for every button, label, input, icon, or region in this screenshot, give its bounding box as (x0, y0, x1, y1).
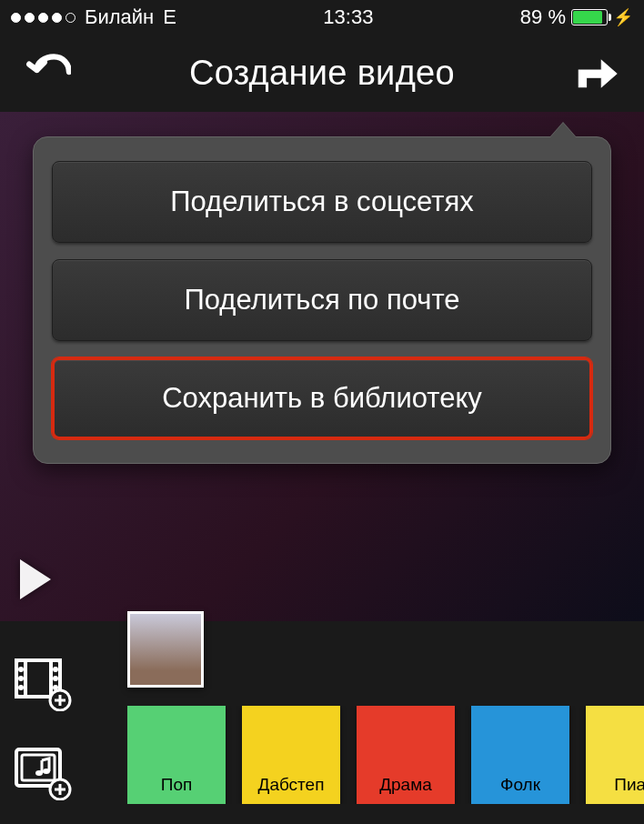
svg-point-14 (35, 770, 43, 776)
share-button[interactable] (573, 49, 619, 98)
film-plus-icon (15, 658, 73, 711)
share-email-button[interactable]: Поделиться по почте (52, 259, 592, 341)
battery-fill (573, 11, 602, 24)
carrier-label: Билайн (85, 5, 154, 29)
play-icon[interactable] (20, 559, 51, 599)
signal-strength-icon (11, 13, 75, 23)
audio-tile-label: Драма (379, 775, 432, 795)
audio-tile-dubstep[interactable]: Дабстеп (242, 706, 340, 804)
network-type-label: E (163, 5, 176, 29)
audio-tile-label: Дабстеп (258, 775, 325, 795)
clock-label: 13:33 (323, 5, 373, 29)
share-social-label: Поделиться в соцсетях (170, 186, 474, 218)
status-bar: Билайн E 13:33 89 % ⚡ (0, 0, 644, 35)
audio-style-row[interactable]: Поп Дабстеп Драма Фолк Пиан (127, 706, 644, 804)
audio-tile-drama[interactable]: Драма (357, 706, 455, 804)
status-left: Билайн E (11, 5, 176, 29)
music-plus-icon (15, 748, 73, 800)
audio-tile-folk[interactable]: Фолк (471, 706, 569, 804)
undo-icon (25, 49, 71, 95)
audio-tile-pop[interactable]: Поп (127, 706, 226, 804)
battery-percent-label: 89 % (520, 5, 566, 29)
audio-tile-label: Пиан (614, 775, 644, 795)
save-library-label: Сохранить в библиотеку (162, 382, 482, 415)
share-email-label: Поделиться по почте (184, 284, 459, 317)
share-social-button[interactable]: Поделиться в соцсетях (52, 161, 592, 243)
clip-thumbnail[interactable] (127, 611, 204, 688)
audio-tile-piano[interactable]: Пиан (586, 706, 644, 804)
add-music-button[interactable] (15, 748, 73, 804)
share-icon (573, 49, 619, 95)
audio-tile-label: Поп (161, 775, 193, 795)
add-video-button[interactable] (15, 658, 73, 715)
status-right: 89 % ⚡ (520, 5, 633, 29)
nav-bar: Создание видео (0, 35, 644, 112)
battery-icon (571, 9, 608, 25)
svg-point-15 (43, 769, 50, 774)
save-library-button[interactable]: Сохранить в библиотеку (52, 357, 592, 439)
back-button[interactable] (25, 49, 71, 98)
clip-thumbnail-row (127, 611, 204, 688)
page-title: Создание видео (71, 54, 573, 93)
charging-icon: ⚡ (613, 7, 633, 27)
side-tool-column (15, 658, 73, 804)
share-popover: Поделиться в соцсетях Поделиться по почт… (33, 136, 611, 464)
audio-tile-label: Фолк (500, 775, 540, 795)
